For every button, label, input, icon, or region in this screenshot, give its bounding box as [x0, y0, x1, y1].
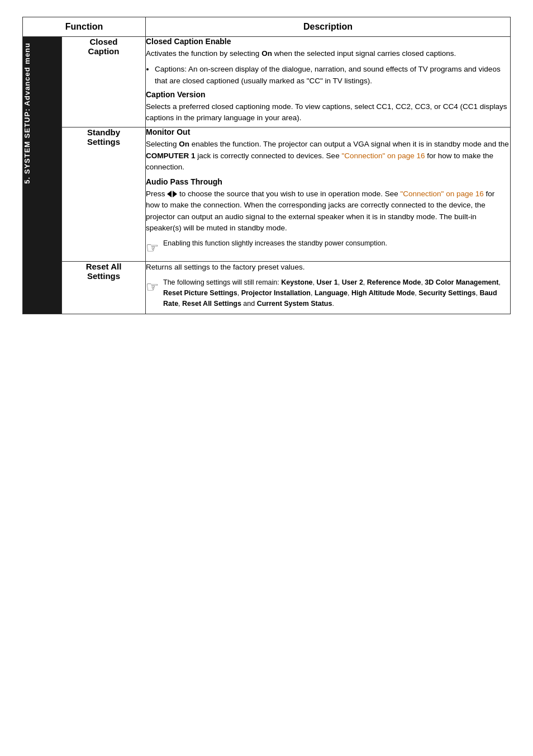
note-text: Enabling this function slightly increase… — [163, 238, 387, 249]
note-box: ☞ The following settings will still rema… — [146, 277, 510, 309]
section-title: Closed Caption Enable — [146, 37, 510, 46]
function-header: Function — [23, 17, 146, 37]
plain-text: Returns all settings to the factory pres… — [146, 262, 510, 273]
section-block: Audio Pass ThroughPress to choose the so… — [146, 177, 510, 234]
arrow-left-icon — [167, 190, 172, 198]
table-row: StandbySettingsMonitor OutSelecting On e… — [23, 127, 511, 262]
description-cell: Returns all settings to the factory pres… — [146, 262, 511, 314]
connection-link: "Connection" on page 16 — [341, 152, 425, 160]
section-body: Activates the function by selecting On w… — [146, 48, 510, 59]
connection-link: "Connection" on page 16 — [401, 190, 484, 198]
section-body: Press to choose the source that you wish… — [146, 188, 510, 234]
description-cell: Monitor OutSelecting On enables the func… — [146, 127, 511, 262]
table-row: 5. SYSTEM SETUP: Advanced menuClosedCapt… — [23, 37, 511, 127]
note-box: ☞ Enabling this function slightly increa… — [146, 238, 510, 257]
section-body: Selects a preferred closed captioning mo… — [146, 101, 510, 124]
section-title: Caption Version — [146, 90, 510, 99]
list-item: Captions: An on-screen display of the di… — [155, 64, 510, 87]
function-cell: Reset AllSettings — [62, 262, 146, 314]
table-row: Reset AllSettingsReturns all settings to… — [23, 262, 511, 314]
bullet-list: Captions: An on-screen display of the di… — [155, 64, 510, 87]
description-cell: Closed Caption EnableActivates the funct… — [146, 37, 511, 127]
section-block: Monitor OutSelecting On enables the func… — [146, 127, 510, 173]
section-title: Audio Pass Through — [146, 177, 510, 186]
function-cell: ClosedCaption — [62, 37, 146, 127]
note-icon: ☞ — [146, 278, 159, 296]
function-cell: StandbySettings — [62, 127, 146, 262]
section-block: Closed Caption EnableActivates the funct… — [146, 37, 510, 59]
section-title: Monitor Out — [146, 127, 510, 136]
note-text: The following settings will still remain… — [163, 277, 510, 309]
note-icon: ☞ — [146, 239, 159, 257]
main-table: Function Description 5. SYSTEM SETUP: Ad… — [22, 17, 511, 314]
sidebar-cell: 5. SYSTEM SETUP: Advanced menu — [23, 37, 62, 314]
arrow-right-icon — [172, 190, 177, 198]
description-header: Description — [146, 17, 511, 37]
sidebar-label: 5. SYSTEM SETUP: Advanced menu — [23, 37, 31, 190]
section-body: Selecting On enables the function. The p… — [146, 139, 510, 173]
section-block: Caption VersionSelects a preferred close… — [146, 90, 510, 124]
